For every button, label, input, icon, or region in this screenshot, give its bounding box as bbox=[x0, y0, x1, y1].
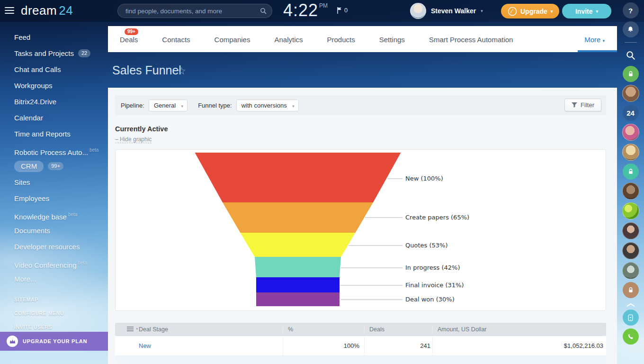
funnel-stage-label: New (100%) bbox=[405, 175, 443, 182]
sidebar-footer-links: SITEMAPCONFIGURE MENUINVITE USERS bbox=[0, 293, 108, 334]
counter-badge: 99+ bbox=[48, 162, 63, 170]
sidebar-item-employees[interactable]: Employees bbox=[0, 191, 108, 207]
search-icon[interactable] bbox=[623, 47, 639, 63]
tab-companies[interactable]: Companies bbox=[215, 26, 250, 52]
sidebar-item-knowledge-base[interactable]: Knowledge basebeta bbox=[0, 207, 108, 223]
column-header-deal-stage[interactable]: Deal Stage bbox=[134, 326, 283, 333]
funnel-stage-label: Quotes (53%) bbox=[405, 242, 447, 249]
tab-deals[interactable]: 99+Deals bbox=[120, 26, 138, 52]
extranet-lock-icon[interactable] bbox=[623, 66, 639, 82]
mobile-app-icon[interactable] bbox=[623, 309, 639, 326]
sidebar-item-sites[interactable]: Sites bbox=[0, 174, 108, 191]
funnel-type-dropdown[interactable]: with conversions▾ bbox=[236, 100, 299, 111]
tab-label: More bbox=[584, 36, 600, 44]
avatar[interactable] bbox=[622, 202, 639, 219]
tab-more[interactable]: More▾ bbox=[578, 26, 617, 52]
avatar[interactable] bbox=[622, 85, 639, 102]
tab-products[interactable]: Products bbox=[327, 26, 355, 52]
column-header-amount-us-dollar[interactable]: Amount, US Dollar bbox=[433, 326, 606, 333]
sidebar-item-video-conferencing[interactable]: Video Conferencingbeta bbox=[0, 255, 108, 271]
column-header-deals[interactable]: Deals bbox=[365, 326, 433, 333]
pipeline-value: General bbox=[154, 102, 176, 109]
hide-graphic-label: Hide graphic bbox=[120, 136, 152, 143]
main-content: Pipeline: General▾ Funnel type: with con… bbox=[108, 88, 617, 364]
sidebar-item-label: Feed bbox=[14, 33, 30, 41]
sidebar-item-developer-resources[interactable]: Developer resources bbox=[0, 239, 108, 255]
funnel-status-heading: Currently Active bbox=[115, 125, 606, 133]
sidebar-item-calendar[interactable]: Calendar bbox=[0, 110, 108, 126]
sidebar-item-more[interactable]: More... bbox=[0, 271, 108, 287]
extranet-lock-icon[interactable] bbox=[623, 164, 639, 180]
sidebar-item-label: Sites bbox=[14, 178, 30, 186]
clock[interactable]: 4:22PM bbox=[283, 0, 328, 20]
funnel-stage-label: Deal won (30%) bbox=[405, 296, 455, 303]
chevron-down-icon: ▾ bbox=[596, 9, 599, 14]
upgrade-label: Upgrade bbox=[520, 8, 547, 15]
sidebar-link-sitemap[interactable]: SITEMAP bbox=[0, 293, 108, 307]
page-title: Sales Funnel bbox=[112, 64, 181, 77]
tab-analytics[interactable]: Analytics bbox=[274, 26, 303, 52]
beta-tag: beta bbox=[68, 212, 77, 217]
sidebar-item-label: Tasks and Projects bbox=[14, 49, 74, 57]
sidebar-item-label: Documents bbox=[14, 227, 50, 235]
tab-settings[interactable]: Settings bbox=[379, 26, 405, 52]
extranet-lock-icon[interactable] bbox=[623, 282, 639, 298]
help-icon[interactable]: ? bbox=[623, 2, 639, 18]
beta-tag: beta bbox=[78, 260, 87, 265]
avatar[interactable] bbox=[622, 182, 639, 200]
sidebar-item-workgroups[interactable]: Workgroups bbox=[0, 78, 108, 94]
sidebar-item-robotic-process-auto[interactable]: Robotic Process Auto...beta bbox=[0, 142, 108, 158]
search-input[interactable] bbox=[125, 8, 259, 15]
tab-smart-process-automation[interactable]: Smart Process Automation bbox=[429, 26, 513, 52]
upgrade-button[interactable]: Upgrade ▾ bbox=[501, 4, 559, 18]
filter-button[interactable]: Filter bbox=[564, 99, 601, 111]
funnel-filter-icon bbox=[572, 102, 577, 108]
bitrix24-badge-glyph: 24 bbox=[626, 109, 635, 117]
sidebar-item-crm[interactable]: CRM99+ bbox=[0, 158, 108, 174]
favorite-star-icon[interactable]: ☆ bbox=[177, 65, 186, 77]
sidebar-item-documents[interactable]: Documents bbox=[0, 223, 108, 239]
sidebar-item-chat-and-calls[interactable]: Chat and Calls bbox=[0, 62, 108, 78]
help-icon-glyph: ? bbox=[628, 7, 633, 15]
user-menu[interactable]: Steven Walker ▾ bbox=[410, 3, 483, 19]
hamburger-menu-icon[interactable] bbox=[5, 7, 14, 16]
deal-stage-link[interactable]: New bbox=[134, 336, 283, 355]
column-header-[interactable]: % bbox=[283, 326, 365, 333]
sidebar-item-time-and-reports[interactable]: Time and Reports bbox=[0, 126, 108, 142]
sidebar-link-configure-menu[interactable]: CONFIGURE MENU bbox=[0, 307, 108, 320]
search-icon[interactable] bbox=[259, 7, 267, 15]
notifications-bell-icon[interactable] bbox=[623, 21, 639, 37]
funnel-stage-in-progress bbox=[255, 257, 341, 277]
sidebar-item-tasks-and-projects[interactable]: Tasks and Projects22 bbox=[0, 46, 108, 62]
call-icon[interactable] bbox=[623, 328, 639, 345]
invite-button[interactable]: Invite ▾ bbox=[562, 4, 611, 18]
planner-flag[interactable]: 0 bbox=[337, 7, 348, 14]
hide-graphic-toggle[interactable]: – Hide graphic bbox=[115, 136, 152, 143]
pipeline-dropdown[interactable]: General▾ bbox=[149, 100, 188, 111]
app-logo[interactable]: dream24 bbox=[21, 3, 73, 18]
sidebar-item-feed[interactable]: Feed bbox=[0, 29, 108, 46]
tab-label: Settings bbox=[379, 36, 405, 44]
sidebar-item-bitrix24-drive[interactable]: Bitrix24.Drive bbox=[0, 94, 108, 110]
funnel-stage-final-invoice bbox=[256, 277, 340, 292]
deals-count: 241 bbox=[365, 336, 433, 355]
funnel-stage-label: In progress (42%) bbox=[405, 264, 460, 271]
table-settings-icon[interactable]: ▾ bbox=[127, 327, 134, 331]
tab-contacts[interactable]: Contacts bbox=[162, 26, 190, 52]
sidebar-item-label: Calendar bbox=[14, 114, 43, 122]
tab-label: Contacts bbox=[162, 36, 190, 44]
avatar[interactable] bbox=[622, 262, 639, 279]
global-search[interactable] bbox=[117, 4, 272, 18]
avatar[interactable] bbox=[622, 144, 639, 161]
filter-button-label: Filter bbox=[581, 101, 594, 109]
sidebar-item-label: Workgroups bbox=[14, 82, 53, 90]
upgrade-your-plan-button[interactable]: UPGRADE YOUR PLAN bbox=[0, 332, 108, 351]
tab-label: Analytics bbox=[274, 36, 303, 44]
avatar[interactable] bbox=[622, 124, 639, 141]
avatar[interactable] bbox=[622, 242, 639, 259]
rail-divider bbox=[625, 42, 637, 43]
avatar[interactable] bbox=[622, 222, 639, 239]
collapse-chevron-icon[interactable] bbox=[623, 302, 639, 308]
flag-icon bbox=[337, 7, 342, 14]
bitrix24-badge[interactable]: 24 bbox=[623, 105, 639, 121]
